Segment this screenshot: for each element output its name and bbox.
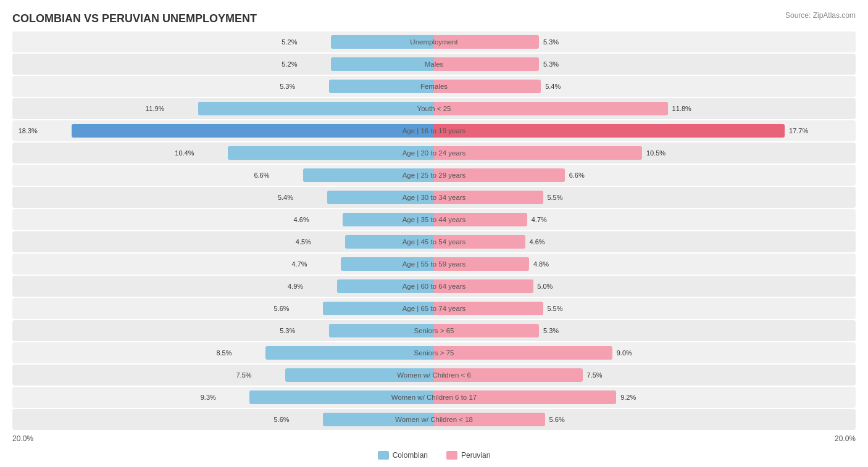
bar-center-label: Age | 60 to 64 years (403, 283, 466, 290)
bar-right-value: 10.5% (646, 149, 666, 157)
bar-right-value: 4.7% (532, 216, 547, 223)
legend-peruvian-box (446, 451, 457, 460)
bar-row: Age | 65 to 74 years5.6%5.5% (12, 298, 856, 319)
bar-right-value: 9.0% (617, 349, 632, 357)
bar-center-label: Youth < 25 (417, 105, 451, 112)
bar-row: Youth < 2511.9%11.8% (12, 98, 856, 119)
bar-left-value: 4.5% (296, 238, 311, 246)
legend-peruvian-label: Peruvian (461, 451, 490, 460)
bar-center-label: Unemployment (410, 38, 457, 46)
bar-right-value: 6.6% (569, 172, 585, 179)
bar-blue (265, 346, 434, 360)
bar-left-value: 6.6% (254, 172, 269, 179)
bar-left-value: 7.5% (236, 371, 252, 379)
chart-container: COLOMBIAN VS PERUVIAN UNEMPLOYMENT Sourc… (0, 0, 868, 467)
bar-pink (434, 346, 612, 360)
bar-row: Seniors > 655.3%5.3% (12, 320, 856, 341)
bar-row: Age | 35 to 44 years4.6%4.7% (12, 209, 856, 230)
bar-left-value: 8.5% (216, 349, 232, 357)
bar-right-value: 5.5% (547, 194, 562, 201)
bar-left-value: 5.3% (280, 327, 295, 334)
bar-center-label: Seniors > 65 (414, 327, 454, 334)
bar-row: Age | 55 to 59 years4.7%4.8% (12, 254, 856, 275)
bar-right-value: 5.6% (549, 416, 565, 423)
bar-blue (72, 124, 434, 138)
bar-blue (329, 80, 434, 93)
bar-left-value: 18.3% (19, 127, 38, 134)
legend: Colombian Peruvian (12, 451, 856, 460)
bar-right-value: 5.3% (543, 60, 559, 68)
bar-blue (331, 57, 434, 71)
bar-row: Unemployment5.2%5.3% (12, 31, 856, 52)
bar-left-value: 9.3% (201, 394, 216, 401)
bar-left-value: 4.6% (294, 216, 309, 223)
bar-center-label: Women w/ Children < 6 (397, 371, 471, 379)
bar-center-label: Seniors > 75 (414, 349, 454, 357)
bar-right-value: 5.0% (537, 283, 553, 290)
bar-left-value: 4.7% (291, 260, 307, 268)
legend-colombian-label: Colombian (393, 451, 428, 460)
bar-left-value: 5.4% (278, 194, 293, 201)
bar-row: Age | 45 to 54 years4.5%4.6% (12, 231, 856, 252)
bar-row: Females5.3%5.4% (12, 76, 856, 97)
bar-row: Women w/ Children 6 to 179.3%9.2% (12, 387, 856, 408)
bar-row: Age | 20 to 24 years10.4%10.5% (12, 143, 856, 163)
bar-right-value: 11.8% (672, 105, 691, 112)
bar-right-value: 7.5% (587, 371, 603, 379)
bar-center-label: Age | 55 to 59 years (403, 260, 466, 268)
bar-pink (434, 102, 668, 115)
bar-center-label: Age | 25 to 29 years (403, 172, 466, 179)
bar-right-value: 4.8% (533, 260, 549, 268)
axis-row: 20.0% 20.0% (12, 431, 856, 446)
bar-center-label: Age | 35 to 44 years (403, 216, 466, 223)
bar-row: Age | 25 to 29 years6.6%6.6% (12, 165, 856, 186)
bar-row: Seniors > 758.5%9.0% (12, 342, 856, 363)
bar-pink (434, 80, 541, 93)
bar-row: Women w/ Children < 67.5%7.5% (12, 365, 856, 386)
bar-center-label: Age | 30 to 34 years (403, 194, 466, 201)
bar-left-value: 4.9% (288, 283, 303, 290)
bar-left-value: 5.6% (274, 305, 290, 312)
bars-area: Unemployment5.2%5.3%Males5.2%5.3%Females… (12, 31, 856, 430)
bar-center-label: Age | 20 to 24 years (403, 149, 466, 157)
axis-left: 20.0% (12, 434, 33, 443)
bar-center-label: Females (420, 83, 448, 90)
source-label: Source: ZipAtlas.com (785, 11, 856, 20)
bar-left-value: 5.3% (280, 83, 295, 90)
legend-peruvian: Peruvian (446, 451, 490, 460)
bar-center-label: Age | 45 to 54 years (403, 238, 466, 246)
bar-blue (198, 102, 434, 115)
legend-colombian-box (378, 451, 389, 460)
bar-center-label: Age | 16 to 19 years (403, 127, 466, 134)
bar-center-label: Males (425, 60, 444, 68)
bar-row: Age | 16 to 19 years18.3%17.7% (12, 120, 856, 141)
bar-row: Age | 30 to 34 years5.4%5.5% (12, 187, 856, 208)
bar-pink (434, 57, 539, 71)
bar-right-value: 5.5% (547, 305, 562, 312)
bar-center-label: Women w/ Children 6 to 17 (391, 394, 477, 401)
legend-colombian: Colombian (378, 451, 428, 460)
bar-left-value: 10.4% (175, 149, 194, 157)
bar-left-value: 11.9% (145, 105, 164, 112)
chart-title: COLOMBIAN VS PERUVIAN UNEMPLOYMENT (12, 12, 856, 25)
bar-row: Women w/ Children < 185.6%5.6% (12, 409, 856, 430)
bar-left-value: 5.2% (282, 38, 297, 46)
bar-row: Age | 60 to 64 years4.9%5.0% (12, 276, 856, 297)
bar-center-label: Age | 65 to 74 years (403, 305, 466, 312)
bar-pink (434, 124, 785, 138)
bar-right-value: 9.2% (620, 394, 636, 401)
axis-right: 20.0% (835, 434, 856, 443)
bar-left-value: 5.6% (274, 416, 290, 423)
bar-right-value: 5.4% (545, 83, 561, 90)
bar-row: Males5.2%5.3% (12, 54, 856, 75)
bar-left-value: 5.2% (282, 60, 297, 68)
bar-center-label: Women w/ Children < 18 (395, 416, 473, 423)
bar-right-value: 5.3% (543, 327, 559, 334)
bar-right-value: 17.7% (789, 127, 808, 134)
bar-right-value: 4.6% (529, 238, 545, 246)
bar-right-value: 5.3% (543, 38, 559, 46)
